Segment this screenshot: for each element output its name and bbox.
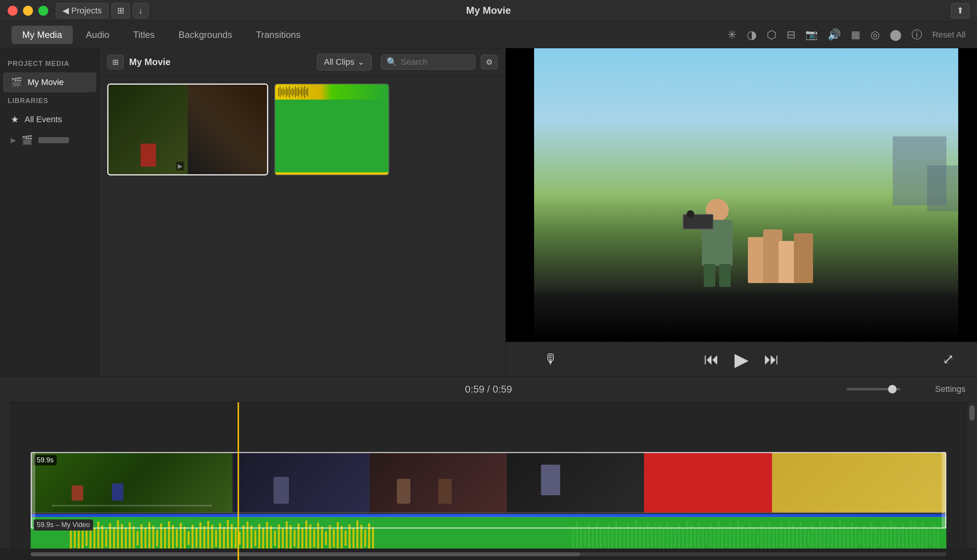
minimize-button[interactable] [23,6,33,16]
svg-rect-22 [74,528,76,548]
volume-icon[interactable]: 🔊 [828,28,841,41]
tab-my-media[interactable]: My Media [12,26,73,44]
svg-rect-191 [847,529,849,547]
playhead[interactable] [238,402,239,560]
svg-rect-30 [105,529,107,547]
sidebar-toggle-button[interactable]: ⊞ [107,55,124,69]
video-clip-segment-1[interactable] [32,453,233,513]
video-clip-segment-2[interactable] [233,453,370,513]
sidebar-item-all-events[interactable]: ★ All Events [3,110,96,130]
fullscreen-toggle-button[interactable]: ⤢ [942,351,954,367]
video-clip-segment-4[interactable] [507,453,644,513]
timeline-horizontal-scrollbar[interactable] [0,548,977,560]
video-clip-segment-3[interactable] [370,453,507,513]
svg-rect-155 [706,531,708,545]
svg-rect-193 [855,527,857,550]
svg-rect-13 [298,87,299,97]
scrollbar-track[interactable] [31,552,946,556]
svg-rect-73 [274,530,276,546]
sidebar-item-imovie[interactable]: ▶ 🎬 [3,130,96,150]
all-clips-dropdown[interactable]: All Clips ⌄ [317,53,372,70]
svg-rect-14 [300,90,300,94]
scrollbar-thumb[interactable] [31,552,580,556]
svg-rect-52 [192,525,193,552]
svg-rect-195 [862,525,864,551]
all-events-icon: ★ [11,114,19,125]
speed-icon[interactable]: ◎ [870,28,880,41]
tab-titles[interactable]: Titles [122,26,165,44]
timeline-scrollbar[interactable] [966,402,977,560]
svg-rect-69 [258,524,260,552]
svg-rect-3 [283,87,283,97]
svg-rect-213 [933,524,935,552]
clip-thumbnail-2[interactable] [274,83,389,175]
svg-rect-18 [306,89,307,95]
video-clip-segment-5[interactable] [644,453,772,513]
reset-all-button[interactable]: Reset All [932,30,965,40]
svg-rect-203 [894,525,896,551]
svg-rect-51 [188,531,190,545]
search-box[interactable]: 🔍 [381,54,475,70]
noise-reduction-icon[interactable]: ⬤ [890,28,902,41]
svg-rect-58 [215,529,217,547]
titlebar-right: ⬆ [951,3,969,18]
svg-rect-72 [270,526,272,550]
svg-rect-9 [292,88,293,96]
track-handle-right[interactable] [942,452,946,513]
svg-rect-147 [674,529,676,547]
svg-rect-35 [125,528,127,548]
svg-rect-194 [859,531,860,545]
inspector-toolbar: ✳ ◑ ⬡ ⊟ 📷 🔊 ▦ ◎ ⬤ ⓘ Reset All [682,22,977,48]
close-button[interactable] [8,6,18,16]
video-clip-segment-6[interactable] [772,453,945,513]
info-icon[interactable]: ⓘ [912,28,922,42]
svg-rect-15 [301,87,302,97]
svg-rect-29 [101,525,103,551]
camera-overlay-icon[interactable]: 📷 [805,29,818,41]
download-button[interactable]: ↓ [133,3,148,18]
movie-icon: 🎬 [11,77,22,88]
svg-rect-167 [753,526,755,550]
svg-rect-125 [588,524,590,552]
enhance-icon[interactable]: ✳ [727,28,737,42]
svg-rect-95 [360,525,362,552]
skip-forward-button[interactable]: ⏭ [764,350,779,368]
projects-button[interactable]: ◀ Projects [56,3,108,18]
svg-rect-4 [284,90,285,94]
svg-rect-5 [286,87,287,97]
svg-rect-77 [290,525,292,551]
svg-rect-185 [824,525,825,551]
tab-audio[interactable]: Audio [75,26,120,44]
filter-settings-button[interactable]: ⚙ [481,55,498,69]
layout-toggle-button[interactable]: ⊞ [112,3,130,18]
search-input[interactable] [401,57,470,67]
svg-rect-121 [572,525,574,551]
svg-rect-165 [745,528,747,548]
crop-icon[interactable]: ⊟ [787,28,795,41]
svg-rect-17 [304,86,305,98]
zoom-slider-track [847,388,900,390]
video-track[interactable] [31,452,946,513]
color-balance-icon[interactable]: ◑ [747,28,757,42]
track-handle-left[interactable] [31,452,35,513]
svg-rect-62 [231,524,233,552]
equalizer-icon[interactable]: ▦ [851,29,860,41]
skip-back-button[interactable]: ⏮ [704,350,719,368]
svg-rect-65 [243,525,244,551]
svg-rect-186 [827,530,829,547]
clip-thumbnail-1[interactable]: 59.8s ▶ [107,83,268,175]
tab-transitions[interactable]: Transitions [245,26,311,44]
svg-rect-32 [113,527,115,549]
libraries-section: LIBRARIES [0,93,99,109]
svg-rect-47 [172,525,174,551]
tab-backgrounds[interactable]: Backgrounds [168,26,243,44]
imovie-label-blurred [38,137,69,143]
zoom-slider-thumb[interactable] [888,385,897,393]
microphone-button[interactable]: 🎙 [544,351,558,367]
share-button[interactable]: ⬆ [951,3,969,18]
fullscreen-button[interactable] [38,6,48,16]
play-button[interactable]: ▶ [734,348,749,370]
sidebar-item-my-movie[interactable]: 🎬 My Movie [3,72,96,92]
color-correction-icon[interactable]: ⬡ [767,28,777,42]
timeline-settings-label[interactable]: Settings [935,384,966,394]
